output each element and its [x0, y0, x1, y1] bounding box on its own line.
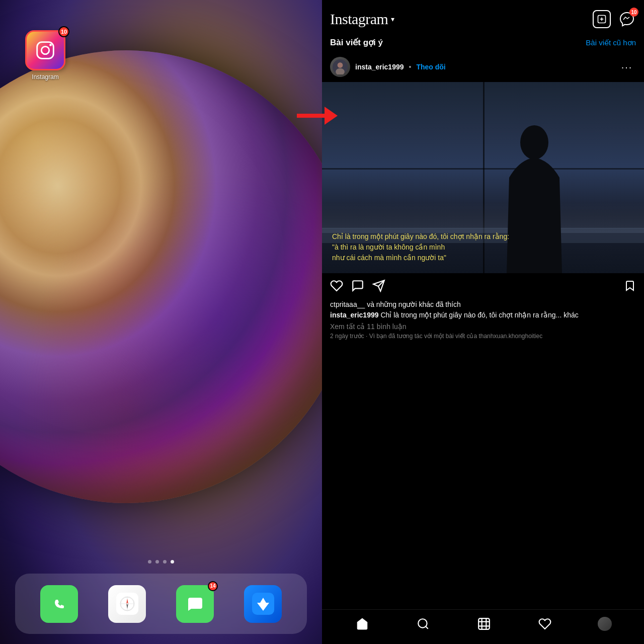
quote-text: Chỉ là trong một phút giây nào đó, tôi c… — [332, 232, 509, 262]
home-icons: 10 Instagram — [20, 30, 302, 80]
nav-search-button[interactable] — [415, 616, 431, 632]
svg-line-26 — [426, 626, 428, 629]
nav-reels-button[interactable] — [476, 616, 492, 632]
messages-app-icon[interactable]: 14 — [176, 585, 214, 623]
heart-icon — [330, 279, 343, 292]
dot-4-active — [171, 560, 174, 564]
post-avatar[interactable] — [330, 57, 350, 77]
phone-app-icon[interactable] — [40, 585, 78, 623]
likes-text: ctpritaaa__ và những người khác đã thích — [330, 300, 636, 308]
instagram-logo-svg — [33, 38, 57, 62]
post-timestamp: 2 ngày trước · Vì bạn đã tương tác với m… — [330, 333, 636, 340]
nav-profile-button[interactable] — [598, 617, 612, 631]
comment-icon — [351, 279, 364, 292]
section-title: Bài viết gợi ý — [330, 37, 383, 48]
safari-app-icon[interactable] — [108, 585, 146, 623]
window-bar-h — [322, 168, 644, 170]
nav-home-button[interactable] — [354, 616, 370, 632]
messages-button[interactable]: 10 — [618, 10, 636, 28]
arrow-head — [325, 107, 338, 125]
bookmark-icon — [624, 280, 636, 292]
like-button[interactable] — [330, 279, 343, 294]
share-button[interactable] — [372, 279, 385, 294]
phone-icon-svg — [48, 593, 70, 615]
nav-activity-button[interactable] — [537, 616, 553, 632]
messages-badge: 14 — [208, 581, 218, 591]
older-posts-link[interactable]: Bài viết cũ hơn — [586, 38, 636, 47]
caption-content: Chỉ là trong một phút giây nào đó, tôi c… — [379, 311, 579, 319]
reels-icon — [477, 617, 491, 630]
appstore-app-icon[interactable] — [244, 585, 282, 623]
safari-icon-svg — [116, 593, 138, 615]
comment-button[interactable] — [351, 279, 364, 294]
quote-overlay: Chỉ là trong một phút giây nào đó, tôi c… — [332, 231, 634, 263]
post-user-info: insta_eric1999 • Theo dõi — [355, 63, 613, 71]
dock: 14 — [15, 574, 307, 634]
svg-point-22 — [523, 130, 545, 145]
dot-1 — [148, 560, 151, 564]
svg-point-1 — [41, 46, 49, 54]
iphone-homescreen: 10 Instagram — [0, 0, 322, 644]
caption-username[interactable]: insta_eric1999 — [330, 311, 379, 319]
svg-point-2 — [49, 44, 52, 46]
post-image: Chỉ là trong một phút giây nào đó, tôi c… — [322, 82, 644, 273]
instagram-app-wrapper[interactable]: 10 Instagram — [20, 30, 70, 80]
new-post-button[interactable] — [593, 10, 611, 28]
plus-square-icon — [597, 14, 607, 24]
instagram-badge: 10 — [58, 26, 69, 37]
more-options-button[interactable]: ··· — [618, 58, 636, 76]
post-actions — [322, 273, 644, 300]
home-icon — [356, 617, 369, 630]
red-arrow-container — [297, 107, 338, 125]
messages-notification-badge: 10 — [629, 8, 638, 17]
save-button[interactable] — [624, 280, 636, 294]
instagram-label: Instagram — [32, 73, 58, 80]
messages-icon-svg — [184, 593, 206, 615]
header-icons: 10 — [593, 10, 636, 28]
post-username[interactable]: insta_eric1999 — [355, 63, 404, 71]
post-info: ctpritaaa__ và những người khác đã thích… — [322, 300, 644, 344]
avatar-image — [333, 59, 348, 74]
heart-outline-icon — [538, 617, 551, 630]
instagram-icon-bg — [25, 30, 65, 70]
separator: • — [409, 63, 412, 71]
instagram-app-icon[interactable]: 10 — [25, 30, 65, 70]
dot-3 — [163, 560, 167, 564]
post-header: insta_eric1999 • Theo dõi ··· — [322, 52, 644, 82]
instagram-header: Instagram ▾ 10 — [322, 0, 644, 33]
wallpaper — [0, 0, 322, 644]
section-header: Bài viết gợi ý Bài viết cũ hơn — [322, 33, 644, 52]
bottom-navigation — [322, 609, 644, 644]
follow-button[interactable]: Theo dõi — [416, 63, 445, 71]
page-dots — [0, 560, 322, 564]
view-comments-link[interactable]: Xem tất cả 11 bình luận — [330, 323, 636, 331]
dot-2 — [155, 560, 159, 564]
svg-rect-27 — [478, 618, 490, 629]
post-caption: insta_eric1999 Chỉ là trong một phút giâ… — [330, 310, 636, 320]
post-image-inner: Chỉ là trong một phút giây nào đó, tôi c… — [322, 82, 644, 273]
search-icon — [417, 617, 430, 630]
svg-point-19 — [338, 62, 343, 68]
arrow-body — [297, 114, 325, 118]
appstore-icon-svg — [252, 593, 274, 615]
instagram-panel: Instagram ▾ 10 Bài viết — [322, 0, 644, 644]
instagram-logo-text: Instagram — [330, 11, 388, 28]
instagram-logo-area: Instagram ▾ — [330, 11, 394, 28]
svg-point-25 — [418, 619, 427, 627]
dropdown-chevron-icon[interactable]: ▾ — [391, 15, 394, 23]
send-icon — [372, 279, 385, 292]
svg-rect-3 — [48, 593, 70, 615]
